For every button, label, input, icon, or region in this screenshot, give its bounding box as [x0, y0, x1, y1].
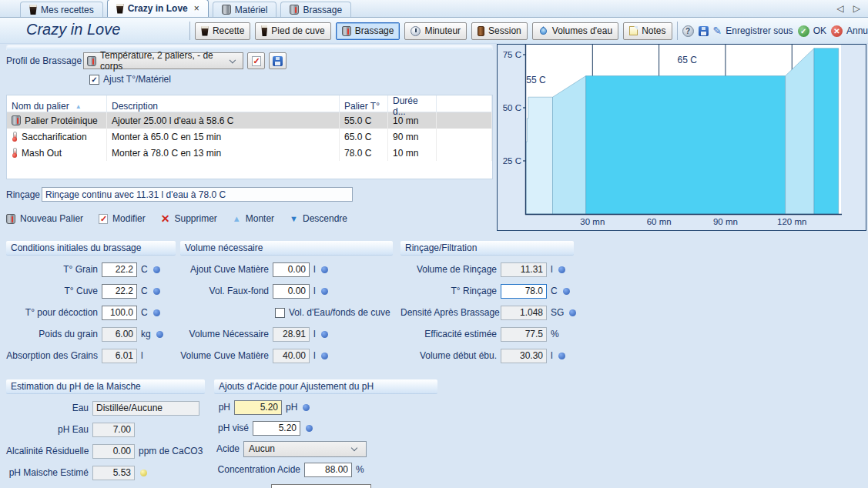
- status-dot: [156, 331, 163, 338]
- t-cuve-input[interactable]: [102, 284, 137, 299]
- step-duration-cell: 90 mn: [388, 129, 437, 145]
- status-dot: [569, 309, 576, 316]
- step-filler-cell: [437, 145, 492, 161]
- sort-asc-icon: ▲: [75, 103, 82, 110]
- rincage-field[interactable]: [42, 187, 353, 202]
- field-ph-vise: pH visé: [214, 420, 437, 436]
- section-title: Conditions initiales du brassage: [6, 241, 176, 256]
- cancel-button[interactable]: ✕ Annu: [831, 25, 868, 37]
- field-faux-fond: Vol. Faux-fond l: [180, 283, 393, 299]
- acid-select[interactable]: Aucun: [243, 441, 367, 457]
- t-grain-input[interactable]: [102, 262, 137, 277]
- status-dot: [306, 425, 313, 432]
- volumes-eau-button[interactable]: Volumes d'eau: [532, 22, 618, 40]
- section-title: Estimation du pH de la Maische: [6, 379, 205, 394]
- clipped-section-header: [6, 45, 493, 50]
- status-dot: [563, 288, 570, 295]
- table-row[interactable]: Mash OutMonter à 78.0 C en 13 min78.0 C1…: [7, 145, 492, 161]
- chevron-down-icon: [230, 56, 236, 62]
- table-row[interactable]: SaccharificationMonter à 65.0 C en 15 mi…: [7, 129, 492, 145]
- session-button[interactable]: Session: [471, 22, 528, 40]
- field-t-grain: T° Grain C: [6, 262, 176, 277]
- tab-crazy-in-love[interactable]: Crazy in Love ×: [107, 0, 209, 17]
- tab-label: Brassage: [303, 5, 342, 15]
- thermometer-icon: [12, 132, 18, 142]
- section-acide: Ajouts d'Acide pour Ajustement du pH pH …: [214, 379, 437, 477]
- recette-button[interactable]: Recette: [195, 22, 250, 40]
- edit-check-icon: [99, 214, 108, 224]
- step-temp-cell: 55.0 C: [340, 112, 388, 129]
- field-ph-eau: pH Eau: [6, 422, 205, 437]
- ph-vise-input[interactable]: [253, 421, 300, 436]
- status-dot: [303, 404, 310, 411]
- t-rincage-input[interactable]: [501, 284, 547, 299]
- delete-step-button[interactable]: ✕ Supprimer: [161, 213, 217, 224]
- save-as-button[interactable]: ✎ Enregistrer sous: [713, 25, 793, 36]
- tab-label: Matériel: [235, 5, 268, 15]
- notes-button[interactable]: Notes: [623, 22, 672, 40]
- tab-materiel[interactable]: Matériel: [213, 2, 277, 17]
- step-duration-cell: 10 mn: [388, 145, 437, 161]
- step-description-cell: Monter à 78.0 C en 13 min: [107, 145, 340, 161]
- tab-mes-recettes[interactable]: Mes recettes: [20, 2, 103, 17]
- pot-thermometer-icon: [6, 214, 15, 224]
- tab-label: Mes recettes: [41, 5, 94, 15]
- move-down-button[interactable]: ▼ Descendre: [290, 213, 347, 224]
- field-concentration: Concentration Acide %: [214, 462, 437, 477]
- tab-close-icon[interactable]: ×: [194, 3, 199, 14]
- validate-profile-button[interactable]: [247, 52, 265, 69]
- table-row[interactable]: Palier ProtéiniqueAjouter 25.00 l d'eau …: [7, 112, 492, 129]
- tab-scroll-nav: ◁ ▷: [837, 3, 860, 14]
- field-ajout-cuve: Ajout Cuve Matière l: [180, 262, 393, 277]
- status-dot: [321, 288, 328, 295]
- step-duration-cell: 10 mn: [388, 112, 437, 129]
- field-t-cuve: T° Cuve C: [6, 283, 176, 299]
- faux-fond-input[interactable]: [273, 284, 310, 299]
- cancel-x-icon: ✕: [831, 25, 843, 37]
- scroll-tabs-left-icon[interactable]: ◁: [837, 3, 844, 14]
- t-decoction-input[interactable]: [102, 306, 137, 320]
- scroll-tabs-right-icon[interactable]: ▷: [853, 3, 860, 14]
- new-step-button[interactable]: Nouveau Palier: [6, 213, 83, 224]
- save-icon[interactable]: [699, 26, 709, 36]
- save-icon: [273, 56, 283, 66]
- ph-input[interactable]: [234, 400, 282, 415]
- field-poids-grain: Poids du grain kg: [6, 326, 176, 342]
- water-drop-icon: [538, 26, 548, 36]
- tall-glass-icon: [261, 25, 267, 36]
- section-ph-maische: Estimation du pH de la Maische Eau pH Ea…: [6, 379, 205, 480]
- step-filler-cell: [437, 129, 492, 145]
- save-profile-button[interactable]: [269, 52, 287, 69]
- step-name-cell: Saccharification: [7, 129, 107, 145]
- chevron-down-icon: [351, 444, 357, 450]
- status-dot: [558, 353, 565, 359]
- step-description-cell: Monter à 65.0 C en 15 min: [107, 129, 340, 145]
- modify-step-button[interactable]: Modifier: [99, 213, 146, 224]
- pied-de-cuve-button[interactable]: Pied de cuve: [255, 22, 330, 40]
- svg-text:120 mn: 120 mn: [777, 217, 806, 226]
- ajout-cuve-input[interactable]: [273, 262, 310, 277]
- step-temp-cell: 65.0 C: [340, 129, 388, 145]
- status-dot: [558, 266, 565, 273]
- brassage-button[interactable]: Brassage: [336, 22, 400, 40]
- eau-fonds-cuve-checkbox[interactable]: ✓: [275, 308, 285, 318]
- brew-profile-select[interactable]: Température, 2 paliers, - de corps: [83, 52, 243, 69]
- adjust-temp-material-row: ✓ Ajust T°/Matériel: [89, 74, 171, 85]
- poids-grain-field: [102, 327, 137, 342]
- move-up-button[interactable]: ▲ Monter: [233, 213, 274, 224]
- beer-glass-icon: [201, 26, 209, 36]
- adjust-temp-checkbox[interactable]: ✓: [89, 75, 99, 85]
- field-acide: Acide Aucun: [214, 441, 437, 456]
- concentration-input[interactable]: [304, 463, 352, 477]
- help-icon[interactable]: ?: [682, 25, 694, 37]
- tab-brassage[interactable]: Brassage: [280, 2, 351, 17]
- field-volume-rincage: Volume de Rinçage l: [400, 262, 574, 277]
- ok-button[interactable]: ✓ OK: [798, 25, 826, 37]
- minuteur-button[interactable]: Minuteur: [404, 22, 467, 40]
- volume-ebu-field: [501, 349, 547, 363]
- ph-eau-field: [92, 423, 135, 437]
- pot-thermometer-icon: [290, 5, 299, 15]
- toolbar: Crazy in Love Recette Pied de cuve Brass…: [0, 18, 868, 44]
- page-title: Crazy in Love: [26, 21, 120, 38]
- status-dot: [321, 353, 328, 359]
